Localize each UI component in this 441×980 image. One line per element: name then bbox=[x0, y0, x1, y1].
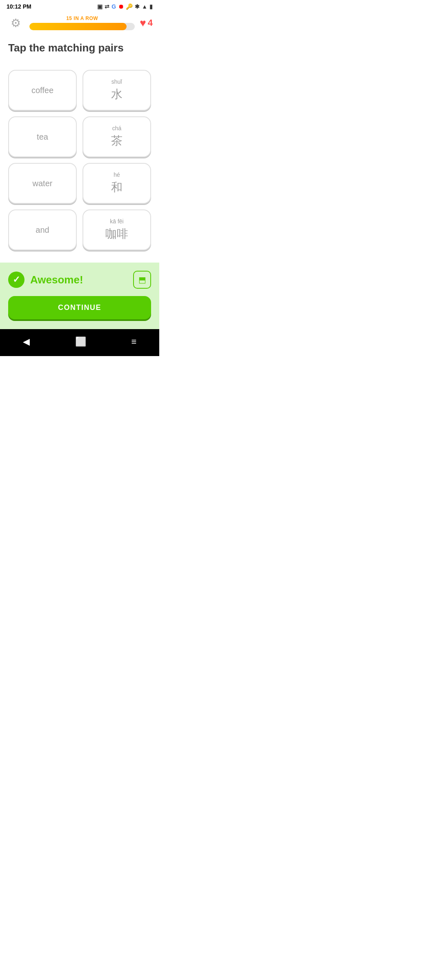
bottom-nav: ◀ ⬜ ≡ bbox=[0, 329, 159, 356]
share-icon: ⬒ bbox=[138, 275, 146, 285]
card-water-english[interactable]: water bbox=[8, 163, 77, 204]
video-icon: ▣ bbox=[97, 3, 102, 10]
card-chinese: 咖啡 bbox=[105, 226, 128, 242]
heart-icon: ♥ bbox=[140, 17, 146, 29]
success-row: ✓ Awesome! ⬒ bbox=[8, 271, 151, 289]
progress-section: 15 IN A ROW bbox=[29, 16, 135, 30]
success-left: ✓ Awesome! bbox=[8, 272, 83, 288]
gear-icon: ⚙ bbox=[11, 16, 21, 30]
instruction-text: Tap the matching pairs bbox=[0, 35, 159, 58]
progress-bar-fill bbox=[29, 23, 127, 30]
card-coffee-chinese[interactable]: kā fēi 咖啡 bbox=[82, 209, 151, 250]
card-label: water bbox=[33, 179, 53, 188]
progress-bar-background bbox=[29, 23, 135, 30]
bluetooth-icon: ✱ bbox=[135, 3, 140, 10]
card-chinese: 水 bbox=[111, 87, 122, 102]
card-label: and bbox=[36, 225, 49, 235]
cards-grid: coffee shuǐ 水 tea chá 茶 water hé 和 and k… bbox=[0, 58, 159, 258]
header: ⚙ 15 IN A ROW ♥ 4 bbox=[0, 11, 159, 35]
card-pinyin: chá bbox=[112, 125, 122, 131]
awesome-text: Awesome! bbox=[30, 274, 83, 286]
check-circle-icon: ✓ bbox=[8, 272, 24, 288]
share-button[interactable]: ⬒ bbox=[133, 271, 151, 289]
card-tea-chinese[interactable]: chá 茶 bbox=[82, 116, 151, 157]
card-water-chinese[interactable]: shuǐ 水 bbox=[82, 70, 151, 111]
continue-button[interactable]: CONTINUE bbox=[8, 296, 151, 319]
card-and-chinese[interactable]: hé 和 bbox=[82, 163, 151, 204]
card-chinese: 茶 bbox=[111, 133, 122, 149]
wifi-icon: ▲ bbox=[142, 3, 147, 10]
card-pinyin: hé bbox=[114, 172, 120, 178]
card-tea-english[interactable]: tea bbox=[8, 116, 77, 157]
card-pinyin: kā fēi bbox=[110, 218, 123, 225]
card-pinyin: shuǐ bbox=[111, 78, 122, 85]
google-icon: G bbox=[111, 3, 116, 10]
battery-icon: ▮ bbox=[149, 3, 153, 10]
menu-button[interactable]: ≡ bbox=[123, 334, 145, 350]
key-icon: 🔑 bbox=[126, 3, 133, 10]
hearts-container: ♥ 4 bbox=[140, 17, 153, 29]
card-and-english[interactable]: and bbox=[8, 209, 77, 250]
arrows-icon: ⇄ bbox=[105, 3, 109, 10]
status-time: 10:12 PM bbox=[7, 3, 31, 10]
success-banner: ✓ Awesome! ⬒ CONTINUE bbox=[0, 263, 159, 329]
streak-label: 15 IN A ROW bbox=[66, 16, 98, 21]
card-label: coffee bbox=[31, 86, 53, 95]
status-icons: ▣ ⇄ G ⏺ 🔑 ✱ ▲ ▮ bbox=[97, 3, 153, 10]
status-bar: 10:12 PM ▣ ⇄ G ⏺ 🔑 ✱ ▲ ▮ bbox=[0, 0, 159, 11]
hearts-count: 4 bbox=[148, 18, 153, 28]
card-chinese: 和 bbox=[111, 180, 122, 195]
card-label: tea bbox=[37, 132, 48, 142]
home-button[interactable]: ⬜ bbox=[67, 334, 94, 350]
record-icon: ⏺ bbox=[118, 3, 124, 10]
settings-button[interactable]: ⚙ bbox=[7, 14, 24, 32]
card-coffee-english[interactable]: coffee bbox=[8, 70, 77, 111]
back-button[interactable]: ◀ bbox=[15, 334, 38, 350]
